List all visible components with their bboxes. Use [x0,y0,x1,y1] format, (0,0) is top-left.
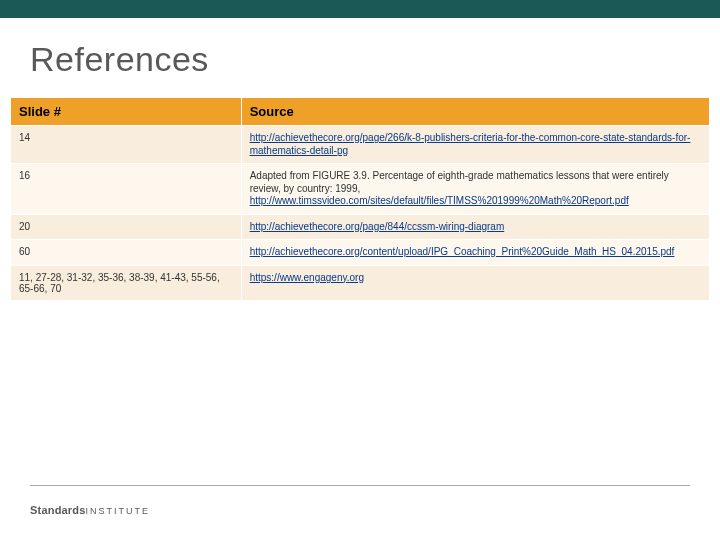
reference-link[interactable]: https://www.engageny.org [250,272,364,283]
footer-brand-light: INSTITUTE [86,506,151,516]
slide-cell: 14 [11,126,242,164]
table-row: 60http://achievethecore.org/content/uplo… [11,240,710,266]
table-row: 16Adapted from FIGURE 3.9. Percentage of… [11,164,710,215]
page-title: References [30,40,720,79]
reference-link[interactable]: http://achievethecore.org/content/upload… [250,246,675,257]
source-cell: Adapted from FIGURE 3.9. Percentage of e… [241,164,709,215]
slide-cell: 11, 27-28, 31-32, 35-36, 38-39, 41-43, 5… [11,265,242,300]
footer-logo: StandardsINSTITUTE [30,504,150,516]
source-cell: http://achievethecore.org/page/844/ccssm… [241,214,709,240]
table-row: 20http://achievethecore.org/page/844/ccs… [11,214,710,240]
slide-cell: 16 [11,164,242,215]
footer-divider [30,485,690,486]
reference-link[interactable]: http://achievethecore.org/page/266/k-8-p… [250,132,691,156]
table-row: 14http://achievethecore.org/page/266/k-8… [11,126,710,164]
col-header-slide: Slide # [11,98,242,126]
reference-link[interactable]: http://www.timssvideo.com/sites/default/… [250,195,629,206]
table-row: 11, 27-28, 31-32, 35-36, 38-39, 41-43, 5… [11,265,710,300]
top-accent-bar [0,0,720,18]
source-cell: https://www.engageny.org [241,265,709,300]
source-cell: http://achievethecore.org/page/266/k-8-p… [241,126,709,164]
slide-cell: 20 [11,214,242,240]
source-cell: http://achievethecore.org/content/upload… [241,240,709,266]
reference-link[interactable]: http://achievethecore.org/page/844/ccssm… [250,221,505,232]
col-header-source: Source [241,98,709,126]
source-text: Adapted from FIGURE 3.9. Percentage of e… [250,170,669,194]
footer-brand-bold: Standards [30,504,86,516]
references-table: Slide # Source 14http://achievethecore.o… [10,97,710,301]
slide-cell: 60 [11,240,242,266]
